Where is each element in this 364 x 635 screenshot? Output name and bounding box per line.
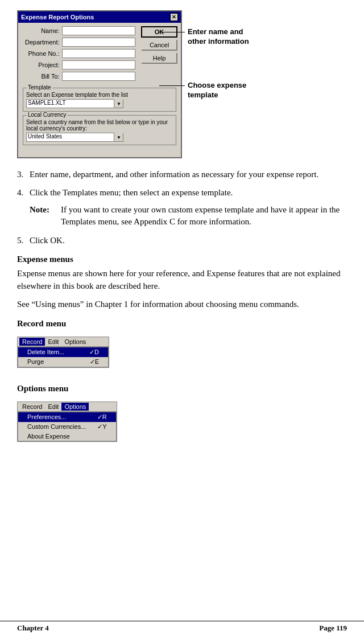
annotation-template: Choose expensetemplate	[188, 81, 249, 100]
options-menu-screenshot: Record Edit Options Preferences... ✓R Cu…	[17, 402, 117, 442]
options-menu-item-currencies-shortcut: ✓Y	[97, 423, 106, 431]
dialog-close-icon[interactable]: ✕	[170, 13, 178, 21]
department-row: Department:	[23, 38, 135, 47]
record-menu-heading: Record menu	[17, 319, 347, 329]
annotations-area: Enter name andother information Choose e…	[188, 10, 249, 134]
phone-input[interactable]	[62, 49, 135, 58]
template-dropdown-btn[interactable]: ▼	[114, 99, 123, 108]
currency-dropdown-btn[interactable]: ▼	[114, 133, 123, 142]
step-5-text: Click OK.	[30, 235, 347, 247]
step-3-text: Enter name, department, and other inform…	[30, 169, 347, 181]
billto-row: Bill To:	[23, 72, 135, 81]
currency-group: Local Currency Select a country name fro…	[23, 115, 176, 145]
template-group-label: Template	[27, 84, 52, 91]
template-dropdown-row: SAMPLE1.XLT ▼	[26, 99, 173, 108]
billto-input[interactable]	[62, 72, 135, 81]
screenshot-area: Expense Report Options ✕ Name: Departmen…	[17, 10, 347, 158]
record-menu-item-purge[interactable]: Purge ✓E	[18, 357, 108, 367]
expense-menus-para2: See “Using menus” in Chapter 1 for infor…	[17, 298, 347, 311]
expense-menus-para1: Expense menus are shown here for your re…	[17, 268, 347, 293]
note-label: Note:	[30, 204, 61, 228]
currency-dropdown-row: United States ▼	[26, 133, 173, 142]
step-4-text: Click the Templates menu; then select an…	[30, 187, 347, 199]
step-4: 4. Click the Templates menu; then select…	[17, 187, 347, 199]
currency-dropdown-input[interactable]: United States	[26, 133, 114, 142]
project-input[interactable]	[62, 60, 135, 69]
record-menu-bar-record: Record	[19, 338, 45, 346]
currency-group-label: Local Currency	[27, 112, 67, 118]
expense-menus-heading: Expense menus	[17, 255, 347, 264]
record-menu-item-deleteitem[interactable]: Delete Item... ✓D	[18, 347, 108, 357]
note-text: If you want to create your own custom ex…	[61, 204, 347, 228]
options-menu-bar: Record Edit Options	[18, 402, 117, 412]
options-menu-item-preferences-shortcut: ✓R	[97, 413, 107, 421]
help-button[interactable]: Help	[141, 52, 177, 64]
options-menu-bar-edit: Edit	[45, 403, 61, 411]
dialog-title: Expense Report Options	[21, 14, 94, 21]
options-menu-item-currencies[interactable]: Custom Currencies... ✓Y	[18, 422, 116, 432]
options-menu-item-about[interactable]: About Expense	[18, 432, 116, 441]
billto-label: Bill To:	[23, 73, 60, 80]
options-menu-item-about-label: About Expense	[27, 433, 70, 440]
phone-row: Phone No.:	[23, 49, 135, 58]
footer-page: Page 119	[319, 624, 347, 633]
record-menu-screenshot: Record Edit Options Delete Item... ✓D Pu…	[17, 337, 109, 368]
footer-chapter: Chapter 4	[17, 624, 49, 633]
note-block: Note: If you want to create your own cus…	[30, 204, 347, 228]
template-group: Template Select an Expense template from…	[23, 88, 176, 112]
name-row: Name:	[23, 26, 135, 35]
step-3-num: 3.	[17, 169, 30, 181]
options-menu-bar-record: Record	[19, 403, 45, 411]
record-menu-bar-options: Options	[61, 338, 89, 346]
record-menu-item-purge-shortcut: ✓E	[90, 358, 99, 366]
template-description: Select an Expense template from the list	[26, 92, 173, 98]
record-menu-item-deleteitem-label: Delete Item...	[27, 349, 64, 355]
step-3: 3. Enter name, department, and other inf…	[17, 169, 347, 181]
name-label: Name:	[23, 27, 60, 34]
record-menu-item-deleteitem-shortcut: ✓D	[89, 349, 99, 356]
phone-label: Phone No.:	[23, 50, 60, 57]
project-row: Project:	[23, 60, 135, 69]
currency-description: Select a country name from the list belo…	[26, 119, 173, 132]
record-menu-item-purge-label: Purge	[27, 358, 44, 365]
footer: Chapter 4 Page 119	[0, 621, 364, 635]
dialog-body: Name: Department: Phone No.: Project:	[18, 23, 181, 151]
dialog-titlebar: Expense Report Options ✕	[18, 11, 181, 23]
annotation-name-info: Enter name andother information	[188, 27, 249, 47]
cancel-button[interactable]: Cancel	[141, 39, 177, 51]
step-5-num: 5.	[17, 235, 30, 247]
record-menu-bar: Record Edit Options	[18, 337, 109, 347]
options-menu-item-currencies-label: Custom Currencies...	[27, 423, 86, 430]
department-label: Department:	[23, 39, 60, 46]
options-menu-item-preferences-label: Preferences...	[27, 413, 66, 420]
record-menu-dropdown: Delete Item... ✓D Purge ✓E	[18, 347, 109, 367]
options-menu-bar-options: Options	[61, 403, 89, 411]
template-dropdown-input[interactable]: SAMPLE1.XLT	[26, 99, 114, 108]
dialog-box: Expense Report Options ✕ Name: Departmen…	[17, 10, 182, 158]
options-menu-item-preferences[interactable]: Preferences... ✓R	[18, 412, 116, 422]
name-input[interactable]	[62, 26, 135, 35]
step-4-num: 4.	[17, 187, 30, 199]
options-menu-heading: Options menu	[17, 384, 347, 394]
options-menu-dropdown: Preferences... ✓R Custom Currencies... ✓…	[18, 412, 117, 441]
step-5: 5. Click OK.	[17, 235, 347, 247]
department-input[interactable]	[62, 38, 135, 47]
record-menu-bar-edit: Edit	[45, 338, 61, 346]
project-label: Project:	[23, 62, 60, 68]
